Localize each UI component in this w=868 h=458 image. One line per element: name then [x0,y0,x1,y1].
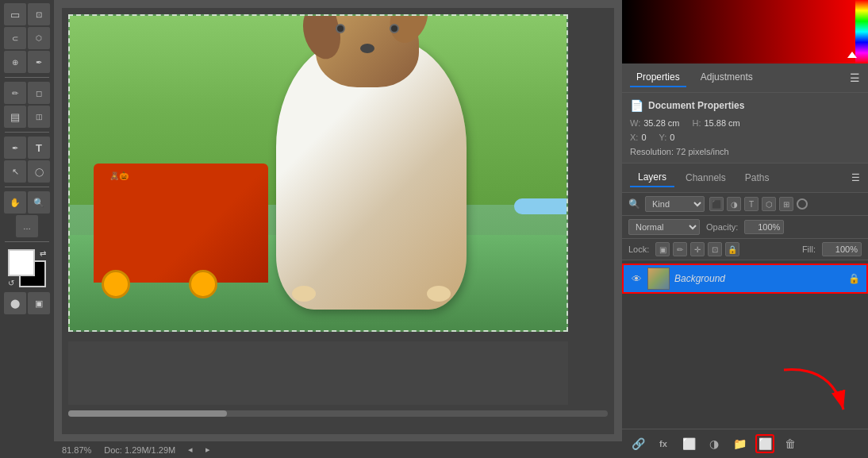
lock-transparent-icon[interactable]: ▣ [655,242,670,256]
toolbar-divider-3 [5,187,49,187]
height-field: H: 15.88 cm [693,118,740,128]
color-spectrum[interactable] [855,0,868,64]
canvas-scrollbar-thumb[interactable] [68,410,227,417]
dog-ear-left [298,14,347,64]
document-properties-title: 📄 Document Properties [630,99,860,112]
clone-tool[interactable]: ◻ [28,82,50,104]
blend-mode-dropdown[interactable]: Normal [628,219,700,235]
tool-group-5: ▤ ◫ [4,106,50,128]
zoom-tool[interactable]: 🔍 [28,191,50,214]
tool-group-2: ⊂ ⬡ [4,27,50,49]
screen-mode-button[interactable]: ▣ [28,292,50,314]
brush-tool[interactable]: ✏ [4,82,26,104]
add-mask-button[interactable]: ⬜ [679,434,698,453]
layer-item-background[interactable]: 👁 Background 🔒 [622,264,868,294]
tab-paths[interactable]: Paths [737,169,778,187]
search-icon: 🔍 [628,198,640,210]
link-layers-button[interactable]: 🔗 [628,434,647,453]
lock-icons-group: ▣ ✏ ✛ ⊡ 🔒 [655,242,739,256]
text-tool[interactable]: T [28,137,50,159]
color-indicator [847,52,857,58]
shape-tool[interactable]: ◯ [28,160,50,183]
hand-tool[interactable]: ✋ [4,191,26,214]
new-layer-button[interactable]: ⬜ [755,434,774,453]
doc-info: Doc: 1.29M/1.29M [104,445,175,455]
bone-element [514,198,568,214]
canvas-document[interactable]: 🧸🎃 [68,14,568,332]
x-value: 0 [641,133,646,142]
filter-shape-icon[interactable]: ⬡ [762,197,776,211]
height-value: 15.88 cm [705,118,740,128]
lock-artboard-icon[interactable]: ⊡ [708,242,722,256]
magic-wand-tool[interactable]: ⬡ [28,27,50,49]
toolbar-divider-1 [5,77,49,78]
height-label: H: [693,118,701,128]
lasso-tool[interactable]: ⊂ [4,27,26,49]
status-bar: 81.87% Doc: 1.29M/1.29M ◂ ▸ [54,441,622,458]
layer-lock-row: Lock: ▣ ✏ ✛ ⊡ 🔒 Fill: [622,239,868,260]
x-field: X: 0 [630,133,647,142]
lock-all-icon[interactable]: 🔒 [725,242,739,256]
quick-mask-button[interactable]: ⬤ [4,292,26,314]
tab-adjustments[interactable]: Adjustments [694,68,759,87]
filter-text-icon[interactable]: T [744,197,759,211]
filter-smart-icon[interactable]: ⊞ [779,197,793,211]
color-selector: ⇄ ↺ [8,249,46,287]
filter-adjustment-icon[interactable]: ◑ [727,197,741,211]
y-value: 0 [670,133,674,142]
lock-paint-icon[interactable]: ✏ [673,242,687,256]
more-tools-button[interactable]: … [16,215,38,237]
swap-colors-icon[interactable]: ⇄ [40,249,46,258]
tab-layers[interactable]: Layers [630,168,674,187]
tool-group-1: ▭ ⊡ [4,3,50,25]
path-select-tool[interactable]: ↖ [4,160,26,183]
pen-tool[interactable]: ✒ [4,137,26,159]
tab-properties[interactable]: Properties [630,68,686,87]
scroll-left-icon[interactable]: ◂ [188,445,193,455]
tool-group-7: ↖ ◯ [4,160,50,183]
opacity-input[interactable] [744,220,784,234]
properties-body: 📄 Document Properties W: 35.28 cm H: 15.… [622,93,868,163]
canvas-horizontal-scrollbar[interactable] [68,410,608,417]
layers-panel: Layers Channels Paths ☰ 🔍 Kind ⬛ ◑ T ⬡ ⊞… [622,163,868,458]
foreground-color-swatch[interactable] [8,249,35,276]
layer-filter-bar: 🔍 Kind ⬛ ◑ T ⬡ ⊞ [622,193,868,216]
layers-menu-icon[interactable]: ☰ [851,172,860,183]
width-field: W: 35.28 cm [630,118,680,128]
eyedropper-tool[interactable]: ✒ [28,51,50,73]
dog-element [276,40,467,310]
scroll-right-icon[interactable]: ▸ [205,445,210,455]
fill-input[interactable] [822,242,862,256]
tab-channels[interactable]: Channels [678,169,734,187]
lock-move-icon[interactable]: ✛ [690,242,705,256]
filter-pixel-icon[interactable]: ⬛ [709,197,724,211]
lock-label: Lock: [628,244,649,254]
tool-group-4: ✏ ◻ [4,82,50,104]
resolution-field: Resolution: 72 pixels/inch [630,147,860,156]
eraser-tool[interactable]: ▤ [4,106,26,128]
dimensions-row: W: 35.28 cm H: 15.88 cm [630,118,860,128]
filter-kind-dropdown[interactable]: Kind [645,196,705,212]
document-icon: 📄 [630,99,643,112]
filter-toggle[interactable] [797,198,808,210]
tool-group-8: ✋ 🔍 [4,191,50,214]
select-move-tool[interactable]: ⊡ [28,3,50,25]
fill-label: Fill: [802,244,816,254]
properties-menu-icon[interactable]: ☰ [850,71,860,84]
add-adjustment-button[interactable]: ◑ [705,434,724,453]
new-group-button[interactable]: 📁 [730,434,749,453]
fx-button[interactable]: fx [654,434,673,453]
select-rect-tool[interactable]: ▭ [4,3,26,25]
delete-layer-button[interactable]: 🗑 [781,434,800,453]
canvas-scene: 🧸🎃 [70,16,567,330]
layer-visibility-icon[interactable]: 👁 [630,272,643,285]
gradient-tool[interactable]: ◫ [28,106,50,128]
reset-colors-icon[interactable]: ↺ [8,279,14,287]
layer-blend-row: Normal Opacity: [622,216,868,239]
tool-group-10: ⬤ ▣ [4,292,50,314]
y-field: Y: 0 [659,133,675,142]
crop-tool[interactable]: ⊕ [4,51,26,73]
layer-name[interactable]: Background [674,273,843,284]
filter-icons-group: ⬛ ◑ T ⬡ ⊞ [709,197,808,211]
tool-group-6: ✒ T [4,137,50,159]
